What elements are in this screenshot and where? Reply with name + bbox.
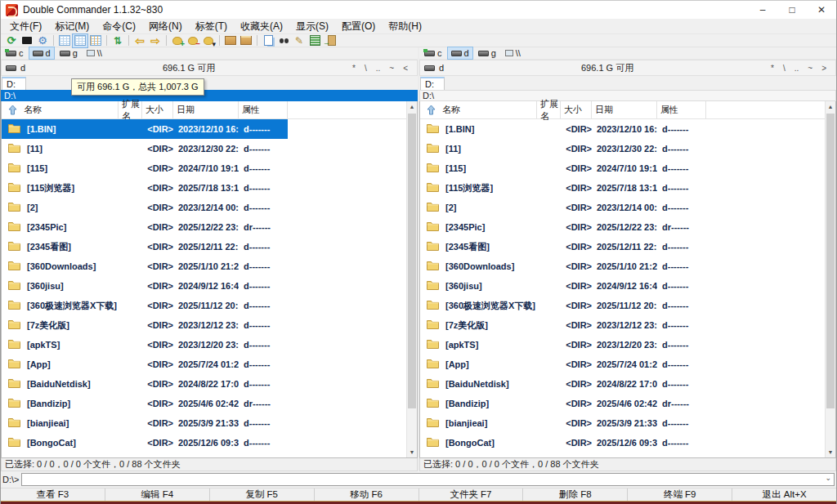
file-row[interactable]: [BaiduNetdisk]<DIR>2024/8/22 17:0..d----… (2, 374, 406, 394)
file-row[interactable]: [2345看图]<DIR>2025/12/11 22:..d------- (2, 237, 406, 256)
fkey-button[interactable]: 删除 F8 (523, 488, 628, 501)
file-row[interactable]: [115浏览器]<DIR>2025/7/18 13:1..d------- (420, 178, 825, 198)
menu-item[interactable]: 配置(O) (335, 19, 382, 33)
pack-icon[interactable] (223, 34, 238, 47)
panel-nav-button[interactable]: \ (783, 64, 786, 73)
file-row[interactable]: [2]<DIR>2023/12/14 00:..d------- (2, 198, 406, 217)
search-icon[interactable] (276, 34, 291, 47)
column-header-size[interactable]: 大小 (142, 101, 173, 118)
file-row[interactable]: [App]<DIR>2025/7/24 01:2..d------- (2, 355, 406, 374)
scroll-down-icon[interactable]: ▼ (407, 447, 417, 457)
file-row[interactable]: [bianjieai]<DIR>2025/3/9 21:33..d------- (2, 413, 406, 433)
panel-nav-button[interactable]: ~ (389, 64, 394, 73)
vertical-scrollbar[interactable]: ▲ ▼ (406, 101, 417, 457)
minimize-button[interactable]: – (748, 1, 777, 19)
scroll-up-icon[interactable]: ▲ (826, 101, 835, 112)
exit-icon[interactable] (323, 34, 338, 47)
full-view-icon[interactable] (73, 34, 87, 47)
scroll-track[interactable] (826, 112, 835, 447)
menu-item[interactable]: 标记(M) (48, 19, 96, 33)
scroll-down-icon[interactable]: ▼ (826, 447, 835, 457)
drive-button-network[interactable]: \\ (502, 47, 524, 59)
file-row[interactable]: [115浏览器]<DIR>2025/7/18 13:1..d------- (2, 178, 406, 198)
tab-d-drive[interactable]: D: (420, 77, 445, 90)
column-header-name[interactable]: 名称 (420, 101, 537, 118)
file-row[interactable]: [BongoCat]<DIR>2025/12/6 09:3..d------- (420, 433, 825, 453)
menu-item[interactable]: 标签(T) (189, 19, 234, 33)
fkey-button[interactable]: 移动 F6 (315, 488, 419, 501)
file-row[interactable]: [2345Pic]<DIR>2025/12/22 23:..dr------ (420, 217, 825, 237)
go-back-icon[interactable] (132, 34, 147, 47)
panel-nav-button[interactable]: < (403, 64, 408, 73)
file-row[interactable]: [Bandizip]<DIR>2025/4/6 02:42..dr------ (420, 394, 825, 413)
fkey-button[interactable]: 查看 F3 (1, 488, 105, 501)
drive-button-d[interactable]: d (29, 47, 54, 59)
file-row[interactable]: [11]<DIR>2023/12/30 22:..d------- (420, 139, 825, 158)
menu-item[interactable]: 命令(C) (96, 19, 142, 33)
edit-comment-icon[interactable] (307, 34, 322, 47)
mark-invert-icon[interactable] (201, 34, 216, 47)
column-header-ext[interactable]: 扩展名 (119, 101, 142, 118)
chevron-down-icon[interactable]: ⌄ (825, 474, 831, 482)
file-row[interactable]: [bianjieai]<DIR>2025/3/9 21:33..d------- (420, 413, 825, 433)
column-header-size[interactable]: 大小 (561, 101, 592, 118)
file-row[interactable]: [7z美化版]<DIR>2023/12/12 23:..d------- (2, 315, 406, 335)
file-row[interactable]: [BongoCat]<DIR>2025/12/6 09:3..d------- (2, 433, 406, 453)
file-row[interactable]: [2]<DIR>2023/12/14 00:..d------- (420, 198, 825, 217)
right-path-bar[interactable]: D:\ (419, 90, 836, 101)
left-path-bar[interactable]: D:\ (1, 90, 418, 101)
free-space-label[interactable]: 696.1 G 可用 (29, 62, 348, 74)
go-forward-icon[interactable] (148, 34, 163, 47)
fkey-button[interactable]: 终端 F9 (628, 488, 732, 501)
fkey-button[interactable]: 文件夹 F7 (419, 488, 524, 501)
file-row[interactable]: [1.BIN]<DIR>2023/12/10 16:..d------- (420, 119, 825, 139)
sort-icon[interactable] (110, 34, 125, 47)
file-row[interactable]: [115]<DIR>2024/7/10 19:1..d------- (2, 158, 406, 178)
options-icon[interactable] (35, 34, 50, 47)
copy-names-icon[interactable] (261, 34, 275, 47)
vertical-scrollbar[interactable]: ▲ ▼ (825, 101, 835, 457)
file-row[interactable]: [11]<DIR>2023/12/30 22:..d------- (2, 139, 406, 158)
file-row[interactable]: [apkTS]<DIR>2023/12/20 23:..d------- (420, 335, 825, 355)
scroll-up-icon[interactable]: ▲ (407, 101, 417, 112)
drive-button-c[interactable]: c (2, 47, 27, 59)
column-header-attr[interactable]: 属性 (657, 101, 706, 118)
column-header-name[interactable]: 名称 (2, 101, 119, 118)
menu-item[interactable]: 收藏夹(A) (234, 19, 289, 33)
file-row[interactable]: [360Downloads]<DIR>2025/1/10 21:2..d----… (420, 256, 825, 276)
panel-nav-button[interactable]: > (821, 64, 826, 73)
file-row[interactable]: [App]<DIR>2025/7/24 01:2..d------- (420, 355, 825, 374)
refresh-icon[interactable] (4, 34, 19, 47)
file-row[interactable]: [2345看图]<DIR>2025/12/11 22:..d------- (420, 237, 825, 256)
file-row[interactable]: [BaiduNetdisk]<DIR>2024/8/22 17:0..d----… (420, 374, 825, 394)
file-row[interactable]: [360极速浏览器X下载]<DIR>2025/11/12 20:..d-----… (2, 296, 406, 315)
terminal-icon[interactable] (20, 34, 34, 47)
column-header-date[interactable]: 日期 (592, 101, 657, 118)
panel-nav-button[interactable]: ~ (808, 64, 812, 73)
scroll-thumb[interactable] (826, 114, 835, 408)
menu-item[interactable]: 文件(F) (3, 19, 48, 33)
mark-plus-icon[interactable] (170, 34, 185, 47)
file-row[interactable]: [360jisu]<DIR>2024/9/12 16:4..d------- (2, 276, 406, 296)
close-button[interactable]: ✕ (807, 1, 836, 19)
panel-nav-button[interactable]: \ (365, 64, 367, 73)
panel-nav-button[interactable]: * (352, 64, 356, 73)
drive-button-c[interactable]: c (421, 47, 445, 59)
scroll-thumb[interactable] (408, 114, 416, 408)
menu-item[interactable]: 帮助(H) (382, 19, 428, 33)
file-row[interactable]: [Bandizip]<DIR>2025/4/6 02:42..dr------ (2, 394, 406, 413)
menu-item[interactable]: 网络(N) (142, 19, 189, 33)
file-row[interactable]: [360Downloads]<DIR>2025/1/10 21:2..d----… (2, 256, 406, 276)
file-row[interactable]: [2345Pic]<DIR>2025/12/22 23:..dr------ (2, 217, 406, 237)
file-row[interactable]: [115]<DIR>2024/7/10 19:1..d------- (420, 158, 825, 178)
file-row[interactable]: [360极速浏览器X下载]<DIR>2025/11/12 20:..d-----… (420, 296, 825, 315)
drive-button-network[interactable]: \\ (83, 47, 105, 59)
scroll-track[interactable] (407, 112, 417, 447)
unpack-icon[interactable] (239, 34, 253, 47)
multi-rename-icon[interactable] (292, 34, 307, 47)
panel-nav-button[interactable]: .. (376, 64, 381, 73)
file-row[interactable]: [360jisu]<DIR>2024/9/12 16:4..d------- (420, 276, 825, 296)
file-row[interactable]: [1.BIN]<DIR>2023/12/10 16:..d------- (2, 119, 406, 139)
column-header-attr[interactable]: 属性 (239, 101, 288, 118)
drive-button-d[interactable]: d (448, 47, 472, 59)
